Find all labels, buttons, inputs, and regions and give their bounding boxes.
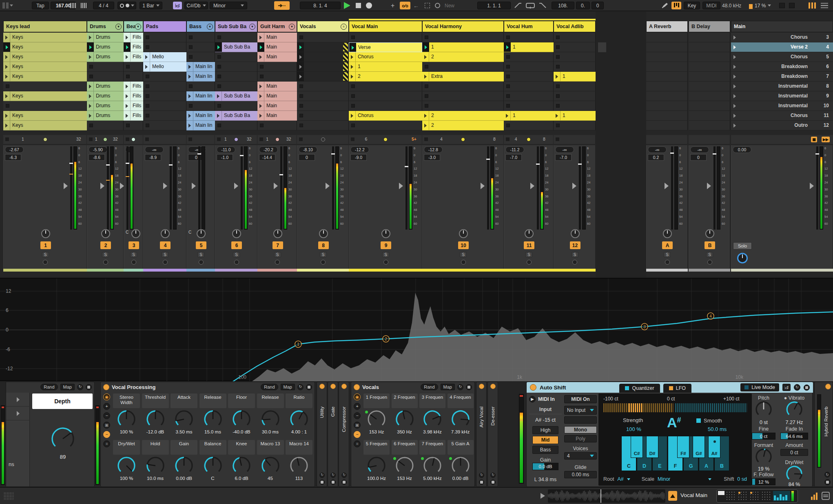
clip-launch-zone[interactable] xyxy=(3,111,10,120)
clip-slot[interactable]: Mello xyxy=(143,62,186,72)
group-play-zone[interactable] xyxy=(297,72,304,82)
group-play-zone[interactable] xyxy=(297,52,304,62)
clip-launch-zone[interactable] xyxy=(143,52,150,62)
clip-launch-zone[interactable] xyxy=(124,91,131,101)
clip-launch-zone[interactable] xyxy=(3,52,10,62)
clip-launch-zone[interactable] xyxy=(504,111,511,120)
clip-stop-square[interactable] xyxy=(351,35,355,39)
volume-display[interactable]: -7.0 xyxy=(555,154,572,161)
clip-slot[interactable] xyxy=(554,62,596,72)
add-macro-icon[interactable]: + xyxy=(103,403,110,410)
clip-stop-square[interactable] xyxy=(506,65,510,69)
clip-stop-square[interactable] xyxy=(506,124,510,127)
clip-stop-square[interactable] xyxy=(299,114,303,117)
clip-launch-zone[interactable] xyxy=(3,33,10,42)
clip-launch-zone[interactable] xyxy=(124,101,131,111)
solo-button[interactable]: S xyxy=(320,252,327,257)
gain-slider[interactable]: 0.0 dB xyxy=(532,463,558,470)
stop-all-clips-button[interactable] xyxy=(188,137,192,141)
clip-stop-square[interactable] xyxy=(556,124,560,127)
clip-launch-zone[interactable] xyxy=(143,62,150,71)
clip-slot[interactable]: Main xyxy=(257,101,297,111)
track-header[interactable]: Sub Sub Ba▼ xyxy=(215,21,257,32)
stop-all-clips-button[interactable] xyxy=(145,137,149,141)
scene-launch-icon[interactable] xyxy=(733,94,738,98)
midi-on-button[interactable]: MIDI On xyxy=(564,395,597,403)
track-number-button[interactable]: A xyxy=(662,241,673,249)
tab-lfo[interactable]: LFO xyxy=(663,384,691,393)
device-on-icon[interactable] xyxy=(341,384,347,389)
clip-stop-square[interactable] xyxy=(189,104,193,108)
scale-keyboard[interactable]: CDEFGABC#D#F#G#A# xyxy=(621,436,730,471)
clip-stop-square[interactable] xyxy=(146,94,149,98)
clip-slot[interactable] xyxy=(186,101,215,111)
peak-level-display[interactable]: -20.2 xyxy=(259,146,278,153)
clip-stop-square[interactable] xyxy=(126,124,130,127)
rand-button[interactable]: Rand xyxy=(40,384,58,390)
clip-stop-square[interactable] xyxy=(189,35,193,39)
clip-stop-square[interactable] xyxy=(351,84,355,88)
clip-launch-zone[interactable] xyxy=(257,111,264,120)
solo-button[interactable]: S xyxy=(130,252,137,257)
clip-stop-square[interactable] xyxy=(146,35,149,39)
time-signature[interactable]: 4 / 4 xyxy=(93,2,114,9)
peak-level-display[interactable]: 0.00 xyxy=(733,146,751,153)
fader-handle[interactable] xyxy=(331,153,335,155)
stop-all-clips-button[interactable] xyxy=(556,137,559,141)
stop-all-clips-button[interactable] xyxy=(506,137,510,141)
clip-slot[interactable]: Drums xyxy=(87,82,124,91)
preview-button[interactable] xyxy=(163,260,168,265)
clip-launch-zone[interactable] xyxy=(87,33,94,42)
pan-knob[interactable] xyxy=(571,229,580,238)
key-map-button[interactable]: Key xyxy=(684,2,700,9)
clip-slot[interactable]: Fills xyxy=(124,101,143,111)
clip-slot[interactable] xyxy=(504,62,554,72)
solo-button[interactable]: S xyxy=(162,252,168,257)
clip-launch-zone[interactable] xyxy=(3,62,10,71)
tab-quantizer[interactable]: Quantizer xyxy=(619,384,660,393)
clip-slot[interactable] xyxy=(504,91,554,101)
peak-level-display[interactable]: -∞ xyxy=(690,146,709,153)
clip-launch-zone[interactable] xyxy=(186,121,193,130)
clip-stop-square[interactable] xyxy=(260,75,264,78)
cue-volume-knob[interactable] xyxy=(737,253,748,263)
track-header[interactable]: Vocal Harmony xyxy=(422,21,504,32)
smooth-toggle[interactable]: Smooth xyxy=(696,417,745,424)
solo-button[interactable]: S xyxy=(197,252,204,257)
pan-knob[interactable] xyxy=(381,229,390,238)
vp-macro-knob[interactable] xyxy=(232,410,251,429)
clip-slot[interactable]: Sub Sub Ba xyxy=(215,42,257,52)
preview-button[interactable] xyxy=(707,260,712,265)
clip-launch-zone[interactable] xyxy=(186,72,193,81)
clip-slot[interactable]: Keys xyxy=(3,33,87,42)
vp-macro-knob[interactable] xyxy=(290,456,308,475)
clip-slot[interactable]: 2 xyxy=(422,52,504,62)
clip-launch-zone[interactable] xyxy=(124,52,131,62)
device-on-icon[interactable] xyxy=(479,384,484,389)
clip-slot[interactable] xyxy=(143,111,186,121)
hot-swap-icon[interactable]: ↻ xyxy=(824,472,830,477)
black-key-cs[interactable]: C# xyxy=(631,436,643,458)
window-menu-icon[interactable] xyxy=(2,2,17,9)
vp-macro-knob[interactable] xyxy=(146,456,165,475)
volume-display[interactable]: -8.6 xyxy=(89,154,105,161)
clip-stop-square[interactable] xyxy=(146,45,149,49)
rand-button[interactable]: Rand xyxy=(261,384,278,390)
playing-clip-zone[interactable] xyxy=(124,42,131,52)
clip-slot[interactable] xyxy=(297,91,349,101)
clip-slot[interactable]: Fills xyxy=(124,91,143,101)
clip-stop-square[interactable] xyxy=(556,84,560,88)
scale-dropdown[interactable]: Minor xyxy=(210,2,247,9)
scene-row[interactable]: Chorus3 xyxy=(731,33,833,42)
band-button-mid[interactable]: Mid xyxy=(532,436,558,444)
volume-fader[interactable] xyxy=(405,146,408,230)
remove-macro-icon[interactable]: − xyxy=(354,412,361,419)
clip-slot[interactable]: Main lin xyxy=(186,111,215,121)
clip-slot[interactable]: Drums xyxy=(87,91,124,101)
clip-stop-square[interactable] xyxy=(506,94,510,98)
root-value[interactable]: A# xyxy=(617,476,623,482)
clip-stop-square[interactable] xyxy=(425,84,428,88)
save-icon[interactable] xyxy=(319,480,325,485)
midi-in-icon[interactable]: ▶ xyxy=(529,396,536,402)
macro-strip-icon[interactable]: − xyxy=(103,431,110,438)
